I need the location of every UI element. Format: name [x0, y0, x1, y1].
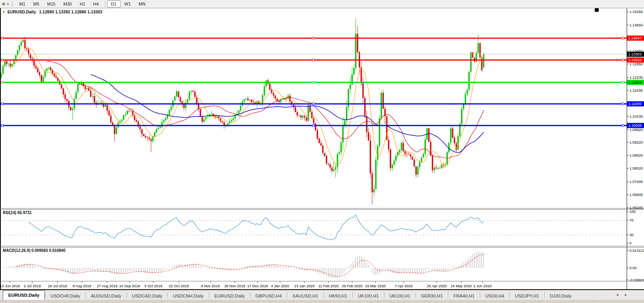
svg-text:1.12004: 1.12004 [628, 80, 642, 85]
svg-text:14 May 2020: 14 May 2020 [451, 284, 472, 288]
svg-text:9 Nov 2019: 9 Nov 2019 [201, 284, 220, 288]
svg-text:-0.00893: -0.00893 [629, 278, 644, 282]
tab-usdjpy-h1[interactable]: USDJPY,H1 [510, 292, 544, 300]
svg-text:70: 70 [629, 218, 633, 222]
svg-text:1.13034: 1.13034 [628, 58, 642, 62]
chevron-down-icon[interactable]: ▾ [7, 2, 9, 6]
svg-text:20 Jul 2019: 20 Jul 2019 [48, 284, 67, 288]
svg-text:1.11009: 1.11009 [628, 102, 641, 106]
tab-uk100-h1[interactable]: UK100,H1 [384, 292, 416, 300]
tab-dj30-daily[interactable]: DJ30,Daily [545, 292, 577, 300]
svg-text:14 Sep 2019: 14 Sep 2019 [119, 284, 140, 288]
chart-tab-bar: EURUSD,DailyUSDCHF,DailyAUDUSD,DailyUSDC… [0, 290, 644, 300]
svg-text:22 Oct 2019: 22 Oct 2019 [169, 284, 189, 288]
tab-fra40-h1[interactable]: FRA40,H1 [448, 292, 480, 300]
toolbar-grip[interactable] [11, 1, 13, 7]
tab-usoil-h4[interactable]: USOil,H4 [480, 292, 509, 300]
svg-text:1.13303: 1.13303 [628, 52, 642, 56]
bottom-strip [0, 300, 644, 303]
svg-text:2 Jun 2020: 2 Jun 2020 [473, 284, 492, 288]
timeframe-button-m15[interactable]: M15 [43, 0, 59, 7]
tab-scroll-left-icon[interactable]: ◂ [616, 293, 618, 297]
chart-symbol-label: EURUSD,Daily [7, 9, 36, 14]
svg-text:27 Aug 2019: 27 Aug 2019 [97, 284, 118, 288]
timeframe-buttons: M1M5M15M30H1H4D1W1MN [15, 0, 149, 7]
tab-audusd-daily[interactable]: AUDUSD,Daily [86, 292, 126, 300]
chart-ohlc-quote: 1.12690 1.13392 1.12680 1.13303 [39, 9, 102, 14]
svg-text:1.08020: 1.08020 [629, 166, 643, 170]
timeframe-button-m30[interactable]: M30 [59, 0, 76, 7]
svg-text:1.10435: 1.10435 [629, 114, 643, 118]
tab-eurusd-daily[interactable]: EURUSD,Daily [209, 292, 250, 300]
tab-usdcad-daily[interactable]: USDCAD,Daily [127, 292, 167, 300]
svg-text:17 Dec 2019: 17 Dec 2019 [247, 284, 268, 288]
tab-scroll-right-icon[interactable]: ▸ [625, 293, 627, 297]
svg-text:30: 30 [629, 233, 633, 237]
svg-text:100: 100 [629, 209, 636, 214]
chart-shift-marker[interactable] [595, 8, 599, 12]
svg-text:1.12235: 1.12235 [629, 75, 643, 79]
svg-text:1.15265: 1.15265 [629, 9, 643, 14]
svg-text:8 Aug 2019: 8 Aug 2019 [72, 284, 91, 288]
svg-text:1.07405: 1.07405 [629, 179, 643, 184]
svg-text:2 Jul 2019: 2 Jul 2019 [24, 284, 41, 288]
chart-area[interactable]: 1.152651.146501.134501.128501.122351.116… [0, 0, 644, 303]
svg-text:1.14650: 1.14650 [629, 23, 643, 27]
chart-title: ▼ EURUSD,Daily 1.12690 1.13392 1.12680 1… [2, 9, 102, 14]
macd-indicator-label: MACD(12,26,9) 0.009583 0.010840 [3, 248, 65, 253]
svg-text:1.14047: 1.14047 [628, 36, 642, 40]
timeframe-button-h1[interactable]: H1 [76, 0, 89, 7]
svg-text:0: 0 [629, 241, 631, 245]
tab-hk50-h1[interactable]: HK50,H1 [324, 292, 353, 300]
svg-text:0.013121: 0.013121 [629, 248, 644, 253]
chart-tabs: EURUSD,DailyUSDCHF,DailyAUDUSD,DailyUSDC… [0, 290, 577, 300]
timeframe-toolbar: ✥ ▾ M1M5M15M30H1H4D1W1MN [0, 0, 644, 8]
tab-nav: ◂ ▸ [616, 293, 627, 297]
timeframe-button-mn[interactable]: MN [135, 0, 149, 7]
svg-text:23 Jan 2020: 23 Jan 2020 [294, 284, 315, 288]
svg-text:19 Mar 2020: 19 Mar 2020 [365, 284, 386, 288]
svg-text:1.08620: 1.08620 [629, 153, 643, 157]
svg-text:1.11635: 1.11635 [629, 88, 642, 92]
svg-text:1.06805: 1.06805 [629, 192, 643, 197]
svg-text:25 Apr 2020: 25 Apr 2020 [427, 284, 447, 288]
svg-text:1.09220: 1.09220 [629, 140, 643, 144]
rsi-indicator-label: RSI(14) 65.9731 [3, 211, 32, 215]
svg-text:13 Jun 2019: 13 Jun 2019 [0, 284, 20, 288]
svg-text:0.00: 0.00 [629, 266, 637, 270]
tab-xauusd-h1[interactable]: XAUUSD,H1 [287, 292, 323, 300]
tab-ger30-h1[interactable]: GER30,H1 [416, 292, 448, 300]
tab-uk100-h1[interactable]: UK100,H1 [353, 292, 384, 300]
timeframe-button-m5[interactable]: M5 [29, 0, 43, 7]
svg-text:7 Apr 2020: 7 Apr 2020 [395, 284, 412, 288]
svg-text:1.10008: 1.10008 [628, 123, 642, 127]
tab-eurusd-daily[interactable]: EURUSD,Daily [3, 290, 45, 300]
timeframe-button-m1[interactable]: M1 [15, 0, 29, 7]
tab-usdchf-daily[interactable]: USDCHF,Daily [45, 292, 85, 300]
svg-text:11 Feb 2020: 11 Feb 2020 [318, 284, 339, 288]
tab-gbpusd-h4[interactable]: GBPUSD,H4 [251, 292, 287, 300]
svg-text:28 Nov 2019: 28 Nov 2019 [224, 284, 245, 288]
timeframe-button-d1[interactable]: D1 [107, 0, 121, 7]
svg-text:4 Jan 2020: 4 Jan 2020 [271, 284, 289, 288]
cursor-tool-icon[interactable]: ✥ [1, 2, 6, 7]
toolbar-separator [105, 1, 105, 7]
timeframe-button-w1[interactable]: W1 [121, 0, 135, 7]
timeframe-button-h4[interactable]: H4 [89, 0, 102, 7]
svg-text:3 Oct 2019: 3 Oct 2019 [144, 284, 162, 288]
svg-text:29 Feb 2020: 29 Feb 2020 [342, 284, 363, 288]
chart-dropdown-icon[interactable]: ▼ [2, 11, 5, 13]
tab-usdcnh-daily[interactable]: USDCNH,Daily [168, 292, 209, 300]
